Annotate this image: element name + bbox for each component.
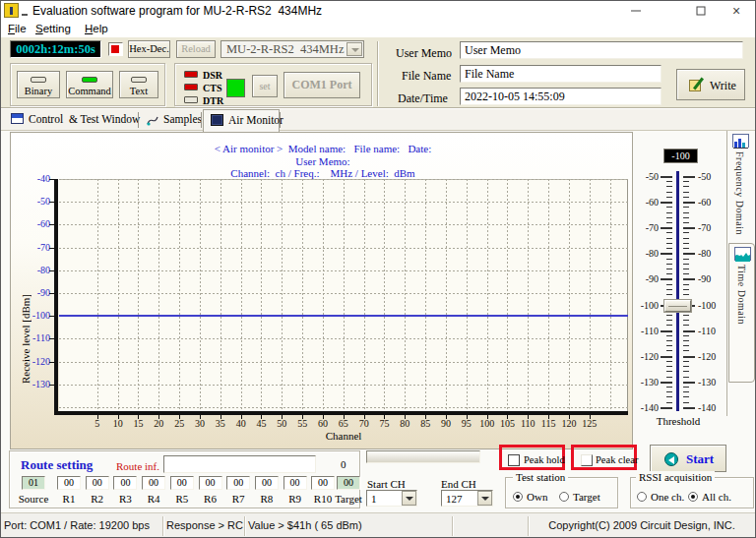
radio-all-ch-[interactable] [688, 492, 698, 502]
command-mode-button[interactable]: Command [66, 71, 113, 98]
radio-one-ch-[interactable] [637, 492, 647, 502]
window-icon [11, 113, 24, 124]
slider-scale-label: -130 [635, 377, 659, 388]
slider-minor-tick [666, 248, 672, 249]
route-box-r10[interactable]: 00 [311, 476, 335, 490]
toolbar-separator [377, 41, 379, 106]
tab-label: Control & Test Window [29, 113, 140, 125]
x-tick-mark [323, 415, 324, 419]
route-box-r5[interactable]: 00 [170, 476, 194, 490]
slider-minor-tick [683, 248, 689, 249]
side-tab-frequency-domain[interactable]: Frequency Domain [727, 131, 754, 243]
x-tick-mark [467, 415, 468, 419]
route-box-r8[interactable]: 00 [255, 476, 279, 490]
start-ch-label: Start CH [367, 478, 406, 490]
y-tick-mark [49, 385, 54, 386]
route-box-r2[interactable]: 00 [86, 476, 109, 490]
test-station-title: Test station [513, 471, 568, 483]
connection-status-light [226, 79, 245, 97]
test-station-group: Test station OwnTarget [505, 477, 618, 508]
end-ch-dropdown-button[interactable] [477, 491, 492, 506]
minimize-button[interactable] [619, 0, 653, 21]
x-tick-mark [569, 415, 570, 419]
route-inf-field[interactable] [163, 455, 316, 473]
route-setting-group: Route setting Route inf. 0 01Source00R10… [9, 450, 360, 508]
menu-file[interactable]: File [8, 23, 27, 34]
close-button[interactable]: × [720, 0, 753, 21]
status-panel-0: Port: COM1 / Rate: 19200 bps [0, 519, 162, 531]
route-box-r3[interactable]: 00 [113, 476, 137, 490]
tab-control-test-window[interactable]: Control & Test Window [4, 109, 139, 131]
route-box-label: Source [14, 493, 53, 505]
start-button[interactable]: Start [650, 445, 726, 472]
reload-button[interactable]: Reload [176, 40, 216, 58]
slider-minor-tick [666, 289, 672, 290]
slider-scale-label: -90 [635, 273, 659, 284]
hex-dec-button[interactable]: Hex-Dec. [128, 40, 170, 58]
slider-minor-tick [683, 238, 689, 239]
user-memo-field[interactable]: User Memo [460, 41, 743, 59]
gridline-v [425, 179, 426, 411]
gridline-v [384, 179, 385, 411]
side-tab-label: Time Domain [736, 265, 747, 325]
route-box-r7[interactable]: 00 [226, 476, 250, 490]
slider-scale-label: -70 [698, 222, 722, 233]
route-counter: 0 [341, 458, 346, 470]
slider-minor-tick [683, 294, 689, 295]
route-box-source[interactable]: 01 [22, 476, 45, 490]
route-box-r6[interactable]: 00 [199, 476, 222, 490]
slider-minor-tick [666, 361, 672, 362]
start-ch-dropdown-button[interactable] [402, 491, 416, 506]
slider-major-tick [683, 407, 695, 409]
y-axis-line [54, 179, 58, 415]
tab-samples[interactable]: Samples [139, 109, 202, 131]
radio-target[interactable] [559, 492, 569, 502]
maximize-button[interactable] [684, 0, 718, 21]
slider-major-tick [661, 356, 672, 358]
radio-label: All ch. [702, 491, 731, 503]
slider-minor-tick [683, 391, 689, 392]
side-tab-time-domain[interactable]: Time Domain [728, 243, 755, 383]
slider-scale-label: -60 [635, 197, 659, 208]
route-setting-title: Route setting [21, 457, 93, 473]
slider-major-tick [661, 253, 672, 255]
route-box-target[interactable]: 00 [337, 476, 360, 490]
slider-scale-label: -110 [698, 326, 722, 336]
peak-clear-checkbox[interactable] [581, 454, 593, 466]
gridline-v [158, 179, 159, 411]
slider-minor-tick [683, 284, 689, 285]
file-name-field[interactable]: File Name [460, 65, 662, 83]
com-port-button[interactable]: COM1 Port [284, 72, 360, 98]
gridline-v [610, 179, 611, 411]
route-box-r9[interactable]: 00 [284, 476, 307, 490]
gridline-v [241, 179, 242, 411]
threshold-slider-handle[interactable] [664, 300, 691, 312]
route-box-r1[interactable]: 00 [57, 476, 81, 490]
x-tick-mark [425, 415, 426, 419]
start-ch-dropdown[interactable]: 1 [366, 490, 417, 507]
date-time-field[interactable]: 2022-10-05 14:55:09 [460, 88, 662, 105]
write-button[interactable]: Write [676, 69, 745, 100]
combobox-dropdown-button[interactable] [346, 42, 362, 56]
binary-mode-button[interactable]: Binary [17, 71, 60, 98]
threshold-slider-track[interactable] [676, 171, 679, 411]
slider-scale-label: -100 [698, 300, 722, 311]
slider-minor-tick [683, 181, 689, 182]
text-mode-button[interactable]: Text [119, 71, 158, 98]
slider-minor-tick [683, 217, 689, 218]
slider-major-tick [661, 202, 672, 204]
tab-air-monitor[interactable]: Air Monitor [203, 109, 280, 132]
menu-help[interactable]: Help [85, 23, 108, 34]
text-label: Text [120, 86, 158, 96]
x-tick-mark [302, 415, 303, 419]
radio-own[interactable] [513, 492, 523, 502]
end-ch-dropdown[interactable]: 127 [441, 490, 493, 507]
route-box-r4[interactable]: 00 [142, 476, 165, 490]
menu-setting[interactable]: Setting [35, 23, 71, 34]
gridline-v [200, 179, 201, 411]
set-button[interactable]: set [252, 75, 278, 97]
peak-hold-checkbox[interactable] [508, 454, 520, 466]
time-domain-icon [734, 247, 751, 261]
slider-minor-tick [666, 387, 672, 388]
model-combobox[interactable]: MU-2-R-RS2 434MHz [220, 40, 364, 58]
